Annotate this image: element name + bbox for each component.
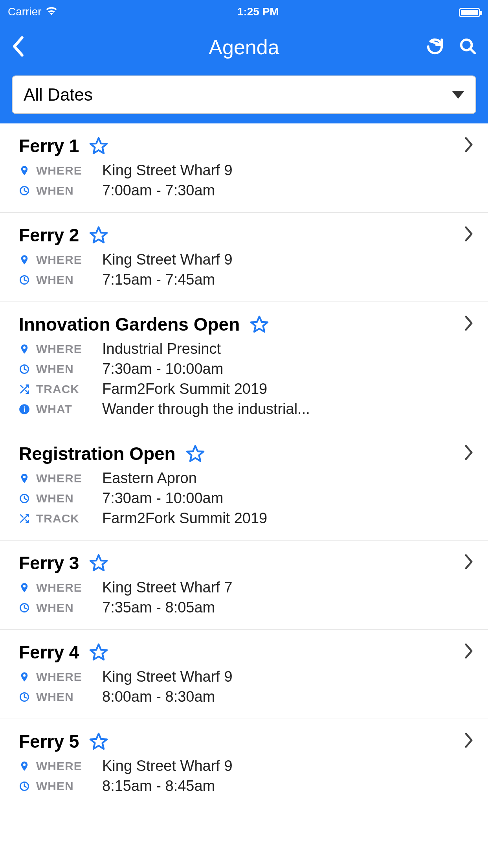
carrier-label: Carrier [8, 6, 42, 18]
battery-icon [459, 6, 480, 18]
agenda-list: Ferry 1 WHERE King Street Wharf 9 WHEN 7… [0, 123, 488, 808]
info-icon [19, 404, 36, 415]
chevron-right-icon [463, 443, 475, 462]
svg-rect-12 [24, 408, 25, 412]
star-icon[interactable] [89, 643, 108, 662]
pin-icon [19, 582, 36, 593]
meta-value-where: Industrial Presinct [102, 340, 221, 357]
meta-label-when: WHEN [36, 601, 102, 614]
chevron-right-icon [463, 224, 475, 243]
chevron-right-icon [463, 314, 475, 333]
wifi-icon [46, 6, 57, 18]
agenda-row[interactable]: Ferry 4 WHERE King Street Wharf 9 WHEN 8… [0, 630, 488, 719]
clock-icon [19, 185, 36, 196]
page-title: Agenda [70, 35, 418, 59]
agenda-row[interactable]: Ferry 3 WHERE King Street Wharf 7 WHEN 7… [0, 541, 488, 630]
meta-label-where: WHERE [36, 581, 102, 594]
agenda-row-title: Ferry 1 [19, 135, 79, 156]
meta-value-where: King Street Wharf 9 [102, 758, 233, 774]
meta-value-track: Farm2Fork Summit 2019 [102, 381, 267, 397]
chevron-right-icon [463, 135, 475, 154]
pin-icon [19, 165, 36, 176]
date-filter-label: All Dates [24, 85, 93, 105]
meta-label-what: WHAT [36, 403, 102, 416]
pin-icon [19, 344, 36, 355]
meta-label-track: TRACK [36, 512, 102, 525]
agenda-row[interactable]: Ferry 5 WHERE King Street Wharf 9 WHEN 8… [0, 719, 488, 808]
meta-label-where: WHERE [36, 760, 102, 773]
meta-value-where: King Street Wharf 9 [102, 251, 233, 268]
shuffle-icon [19, 384, 36, 395]
refresh-button[interactable] [426, 37, 444, 57]
agenda-row[interactable]: Registration Open WHERE Eastern Apron WH… [0, 431, 488, 541]
agenda-row-title: Ferry 2 [19, 224, 79, 246]
clock-icon [19, 274, 36, 285]
meta-label-where: WHERE [36, 472, 102, 485]
svg-marker-21 [90, 644, 107, 660]
meta-label-where: WHERE [36, 670, 102, 684]
pin-icon [19, 254, 36, 265]
meta-value-where: King Street Wharf 9 [102, 162, 233, 179]
search-button[interactable] [459, 37, 477, 57]
agenda-row-title: Ferry 4 [19, 642, 79, 663]
meta-value-when: 8:15am - 8:45am [102, 778, 215, 794]
clock-icon [19, 781, 36, 792]
chevron-right-icon [463, 731, 475, 750]
meta-value-where: Eastern Apron [102, 470, 197, 487]
svg-point-13 [24, 406, 25, 407]
star-icon[interactable] [250, 315, 269, 334]
star-icon[interactable] [89, 136, 108, 155]
agenda-row-title: Innovation Gardens Open [19, 314, 240, 335]
meta-value-where: King Street Wharf 9 [102, 668, 233, 685]
svg-marker-19 [90, 555, 107, 570]
back-button[interactable] [11, 35, 24, 59]
svg-line-10 [21, 385, 23, 388]
svg-marker-6 [251, 316, 268, 332]
svg-marker-4 [90, 227, 107, 243]
meta-value-when: 7:00am - 7:30am [102, 182, 215, 199]
pin-icon [19, 671, 36, 682]
pin-icon [19, 761, 36, 772]
chevron-right-icon [463, 642, 475, 660]
meta-value-track: Farm2Fork Summit 2019 [102, 510, 267, 527]
svg-marker-23 [90, 734, 107, 749]
agenda-row[interactable]: Ferry 2 WHERE King Street Wharf 9 WHEN 7… [0, 213, 488, 302]
svg-marker-14 [187, 446, 204, 461]
agenda-row[interactable]: Ferry 1 WHERE King Street Wharf 9 WHEN 7… [0, 123, 488, 213]
meta-value-when: 7:35am - 8:05am [102, 599, 215, 616]
pin-icon [19, 473, 36, 484]
svg-line-1 [470, 49, 475, 53]
star-icon[interactable] [89, 732, 108, 751]
meta-label-when: WHEN [36, 273, 102, 287]
clock-icon [19, 691, 36, 702]
meta-label-when: WHEN [36, 184, 102, 197]
meta-label-where: WHERE [36, 164, 102, 177]
agenda-row-title: Registration Open [19, 443, 176, 464]
meta-label-track: TRACK [36, 383, 102, 396]
meta-label-when: WHEN [36, 690, 102, 704]
clock-icon [19, 602, 36, 613]
clock-icon [19, 493, 36, 504]
meta-label-when: WHEN [36, 362, 102, 376]
meta-value-when: 7:30am - 10:00am [102, 490, 223, 507]
meta-label-where: WHERE [36, 342, 102, 356]
meta-value-what: Wander through the industrial... [102, 401, 310, 417]
star-icon[interactable] [186, 444, 205, 463]
svg-line-18 [21, 515, 23, 517]
clock-icon [19, 364, 36, 375]
star-icon[interactable] [89, 226, 108, 245]
meta-value-where: King Street Wharf 7 [102, 579, 233, 596]
meta-label-when: WHEN [36, 780, 102, 793]
agenda-row-title: Ferry 5 [19, 731, 79, 752]
meta-value-when: 8:00am - 8:30am [102, 688, 215, 705]
agenda-row-title: Ferry 3 [19, 552, 79, 574]
meta-label-where: WHERE [36, 253, 102, 267]
star-icon[interactable] [89, 554, 108, 572]
chevron-right-icon [463, 552, 475, 571]
agenda-row[interactable]: Innovation Gardens Open WHERE Industrial… [0, 302, 488, 431]
svg-marker-2 [90, 138, 107, 153]
meta-label-when: WHEN [36, 492, 102, 505]
caret-down-icon [452, 91, 464, 99]
status-bar: Carrier 1:25 PM [0, 0, 488, 24]
date-filter-select[interactable]: All Dates [12, 75, 476, 114]
